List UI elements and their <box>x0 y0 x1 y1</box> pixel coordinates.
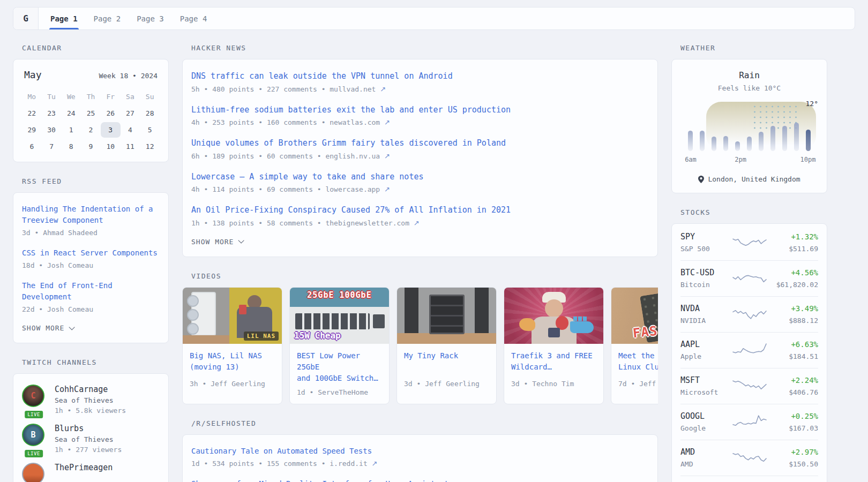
stock-row[interactable]: NVDANVIDIA +3.49%$888.12 <box>680 296 818 332</box>
hn-item-meta: 6h • 189 points • 60 comments • english.… <box>191 152 649 160</box>
stock-change: +0.25% <box>767 412 819 420</box>
video-card[interactable]: 25GbE 100GbE 15W Cheap BEST Low Power 25… <box>289 287 390 404</box>
stock-sparkline <box>732 232 767 252</box>
video-thumbnail <box>397 288 496 344</box>
twitch-channel-row[interactable]: B LIVE Blurbs Sea of Thieves 1h • 277 vi… <box>22 424 160 454</box>
stock-price: $167.03 <box>767 424 819 432</box>
calendar-weekday: We <box>61 89 81 104</box>
hn-item-meta-text: 5h • 480 points • 227 comments • mullvad… <box>191 85 376 93</box>
stocks-widget: SPYS&P 500 +1.32%$511.69 BTC-USDBitcoin … <box>671 223 827 482</box>
reddit-item: Showcase of my Mixed Reality Interface f… <box>191 478 649 482</box>
weather-bar <box>700 131 705 151</box>
calendar-day: 28 <box>140 106 160 121</box>
calendar-weekday: Fr <box>101 89 121 104</box>
stock-row[interactable]: BTC-USDBitcoin +4.56%$61,820.02 <box>680 260 818 296</box>
hn-item-link[interactable]: Lithium-free sodium batteries exit the l… <box>191 104 649 116</box>
reddit-item-meta-text: 1d • 534 points • 155 comments • i.redd.… <box>191 460 368 468</box>
video-title[interactable]: Meet the Linux Clu <box>618 350 658 373</box>
stocks-section-title: STOCKS <box>680 208 827 216</box>
rss-show-more-button[interactable]: SHOW MORE <box>22 324 160 332</box>
live-badge: LIVE <box>25 450 43 457</box>
stock-symbol: NVDA <box>680 304 732 313</box>
video-title[interactable]: Big NAS, Lil NAS (moving 13) <box>190 350 275 373</box>
hn-item-meta: 4h • 114 points • 69 comments • lowercas… <box>191 185 649 193</box>
video-card[interactable]: FAS Meet the Linux Clu 7d • Jeff Geerlin… <box>611 287 658 404</box>
weather-location-text: London, United Kingdom <box>708 175 800 183</box>
weather-bar <box>723 136 728 151</box>
video-meta: 3h • Jeff Geerling <box>190 375 275 388</box>
stock-sparkline <box>732 340 767 360</box>
tab-page-2[interactable]: Page 2 <box>94 7 121 29</box>
stock-row[interactable]: MSFTMicrosoft +2.24%$406.76 <box>680 368 818 404</box>
calendar-day: 25 <box>81 106 101 121</box>
twitch-viewers: 1h • 277 viewers <box>55 446 122 454</box>
video-title[interactable]: Traefik 3 and FREE Wildcard… <box>511 350 596 373</box>
stock-symbol: AAPL <box>680 340 732 349</box>
hn-item-link[interactable]: Lowercase – A simple way to take and sha… <box>191 171 649 183</box>
left-column: CALENDAR May Week 18 • 2024 MoTuWeThFrSa… <box>13 44 169 482</box>
twitch-viewers: 1h • 5.8k viewers <box>55 406 126 415</box>
tab-page-3[interactable]: Page 3 <box>137 7 164 29</box>
weather-bar <box>794 123 799 151</box>
videos-section-title: VIDEOS <box>191 272 658 280</box>
stock-name: NVIDIA <box>680 317 732 325</box>
calendar-day: 26 <box>101 106 121 121</box>
hn-item-link[interactable]: DNS traffic can leak outside the VPN tun… <box>191 70 649 82</box>
twitch-channel-row[interactable]: C LIVE CohhCarnage Sea of Thieves 1h • 5… <box>22 385 160 415</box>
reddit-item-link[interactable]: Showcase of my Mixed Reality Interface f… <box>191 478 649 482</box>
calendar-weekday: Sa <box>121 89 140 104</box>
stock-sparkline <box>732 448 767 468</box>
stock-name: Google <box>680 424 732 432</box>
hn-item-link[interactable]: Unique volumes of Brothers Grimm fairy t… <box>191 137 649 149</box>
stock-row[interactable]: GOOGLGoogle +0.25%$167.03 <box>680 404 818 440</box>
video-title[interactable]: BEST Low Power 25GbE and 100GbE Switch… <box>297 350 382 384</box>
video-card[interactable]: LIL NAS Big NAS, Lil NAS (moving 13) 3h … <box>182 287 282 404</box>
hn-show-more-button[interactable]: SHOW MORE <box>191 238 649 246</box>
stock-price: $150.50 <box>767 460 819 468</box>
reddit-item-link[interactable]: Cautionary Tale on Automated Speed Tests <box>191 446 649 457</box>
stock-name: Bitcoin <box>680 281 732 289</box>
stock-row[interactable]: SPYS&P 500 +1.32%$511.69 <box>680 225 818 260</box>
stock-symbol: AMD <box>680 447 732 457</box>
rss-item-link[interactable]: The End of Front-End Development <box>22 280 160 303</box>
hn-item-meta: 1h • 138 points • 58 comments • thebigne… <box>191 219 649 227</box>
weather-current-temp: 12° <box>806 100 818 108</box>
calendar-day: 1 <box>61 122 81 138</box>
stock-price: $406.76 <box>767 388 819 396</box>
stock-sparkline <box>732 412 767 432</box>
calendar-day: 10 <box>101 139 121 154</box>
stock-row[interactable]: AMDAMD +2.97%$150.50 <box>680 440 818 476</box>
hn-item-meta-text: 4h • 114 points • 69 comments • lowercas… <box>191 185 380 193</box>
calendar-day: 8 <box>61 139 81 154</box>
calendar-day-today: 3 <box>101 122 121 138</box>
app-logo[interactable]: G <box>13 7 39 29</box>
video-title[interactable]: My Tiny Rack <box>404 350 489 362</box>
top-nav: G Page 1 Page 2 Page 3 Page 4 <box>13 7 855 30</box>
weather-bar <box>747 137 752 151</box>
rss-item-link[interactable]: CSS in React Server Components <box>22 247 160 259</box>
hn-item-link[interactable]: An Oil Price-Fixing Conspiracy Caused 27… <box>191 204 649 216</box>
hn-item: Unique volumes of Brothers Grimm fairy t… <box>191 137 649 160</box>
weather-bar <box>770 126 775 151</box>
thumbnail-caption: 15W Cheap <box>294 330 341 341</box>
calendar-day: 30 <box>42 122 62 138</box>
stock-symbol: MSFT <box>680 375 732 385</box>
twitch-channel-row[interactable]: ThePrimeagen <box>22 463 160 482</box>
main-column: HACKER NEWS DNS traffic can leak outside… <box>182 44 658 482</box>
stock-row[interactable]: RDDT -1.59% <box>680 476 818 482</box>
external-link-icon: ↗ <box>384 152 390 160</box>
reddit-item: Cautionary Tale on Automated Speed Tests… <box>191 446 649 468</box>
twitch-avatar <box>22 463 44 482</box>
calendar-grid: MoTuWeThFrSaSu22232425262728293012345678… <box>22 89 160 154</box>
tab-page-4[interactable]: Page 4 <box>180 7 207 29</box>
video-card[interactable]: My Tiny Rack 3d • Jeff Geerling <box>396 287 497 404</box>
hn-item-meta: 5h • 480 points • 227 comments • mullvad… <box>191 85 649 93</box>
video-meta: 7d • Jeff Geerling <box>618 375 658 388</box>
tab-page-1[interactable]: Page 1 <box>50 7 78 29</box>
weather-section: WEATHER Rain Feels like 10°C 12° 6am 2pm… <box>671 44 827 193</box>
stock-row[interactable]: AAPLApple +6.63%$184.51 <box>680 332 818 368</box>
external-link-icon: ↗ <box>414 219 420 227</box>
video-card[interactable]: Traefik 3 and FREE Wildcard… 3d • Techno… <box>504 287 604 404</box>
rss-item-meta: 22d • Josh Comeau <box>22 305 160 313</box>
rss-item-link[interactable]: Handling The Indentation of a Treeview C… <box>22 204 160 226</box>
